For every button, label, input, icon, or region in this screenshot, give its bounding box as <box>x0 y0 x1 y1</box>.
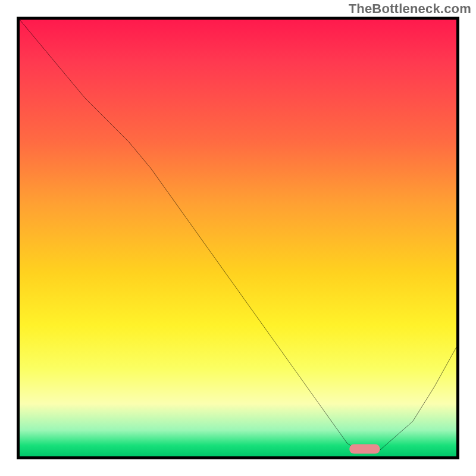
chart-container: TheBottleneck.com <box>0 0 476 476</box>
watermark-text: TheBottleneck.com <box>349 1 471 17</box>
optimum-marker <box>349 444 380 453</box>
curve-path <box>20 20 456 452</box>
line-curve <box>20 20 456 456</box>
plot-frame <box>17 17 459 459</box>
